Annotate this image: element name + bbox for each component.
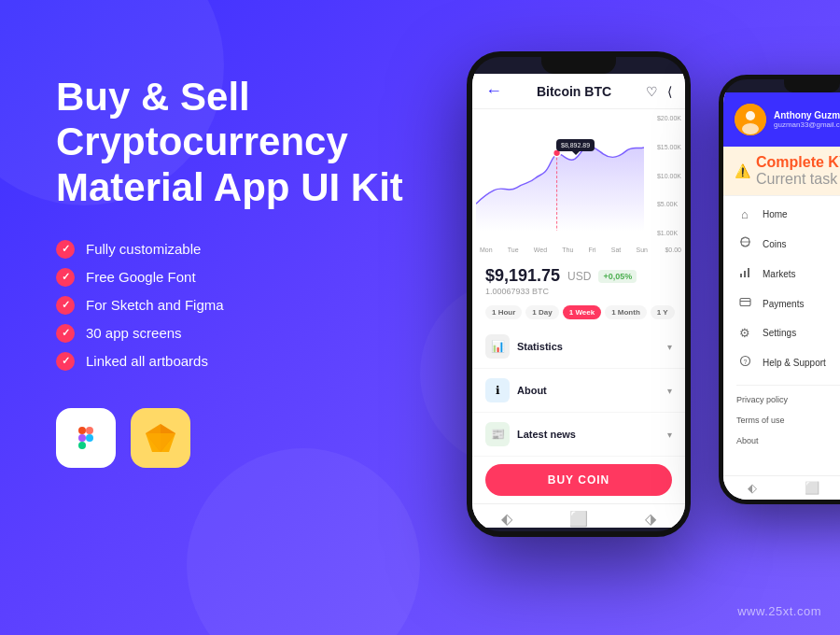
sketch-icon	[131, 408, 190, 468]
svg-point-12	[746, 111, 755, 120]
svg-rect-17	[740, 299, 750, 306]
feature-item-5: Linked all artboards	[56, 352, 411, 371]
menu-phone-notch	[784, 79, 840, 92]
nav-home-icon[interactable]: ⬜	[569, 510, 588, 528]
y-label-2: $5.00K	[657, 201, 681, 207]
nav-back-icon[interactable]: ⬖	[501, 510, 512, 528]
y-label-5: $20.00K	[657, 115, 681, 121]
menu-divider	[736, 385, 840, 386]
share-icon[interactable]: ⟨	[667, 84, 672, 99]
about-chevron: ▾	[667, 386, 672, 396]
svg-rect-3	[78, 442, 86, 449]
phone-main: ← Bitcoin BTC ♡ ⟨ $20.00K $15.00K $10.00…	[467, 51, 691, 537]
coins-label: Coins	[763, 239, 787, 249]
menu-user-info: Anthony Guzman guzman33@gmail.com	[774, 110, 840, 129]
check-icon-2	[56, 268, 75, 287]
home-icon: ⌂	[736, 207, 753, 221]
phone-header: ← Bitcoin BTC ♡ ⟨	[472, 74, 685, 109]
phone-notch	[541, 57, 616, 74]
menu-phone-screen: Anthony Guzman guzman33@gmail.com ⚠️ Com…	[723, 92, 840, 500]
zero-label: $0.00	[665, 247, 681, 253]
settings-label: Settings	[763, 328, 796, 338]
tab-1y[interactable]: 1 Y	[651, 305, 675, 319]
bg-decoration-2	[187, 448, 420, 635]
nav-recents-icon[interactable]: ⬗	[645, 510, 656, 528]
svg-text:?: ?	[743, 359, 747, 365]
home-label: Home	[763, 209, 788, 219]
menu-item-home[interactable]: ⌂ Home	[723, 200, 840, 229]
price-chart	[476, 113, 644, 231]
feature-item-2: Free Google Font	[56, 268, 411, 287]
check-icon-5	[56, 352, 75, 371]
kyc-warning-icon: ⚠️	[735, 163, 750, 178]
price-btc: 1.00067933 BTC	[485, 287, 672, 296]
tab-1month[interactable]: 1 Month	[605, 305, 647, 319]
menu-item-help[interactable]: ? Help & Support	[723, 347, 840, 377]
y-label-1: $1.00K	[657, 230, 681, 236]
menu-nav-home[interactable]: ⬜	[805, 481, 819, 495]
svg-point-4	[86, 434, 93, 442]
terms-link[interactable]: Terms of use	[723, 410, 840, 430]
phone-menu: Anthony Guzman guzman33@gmail.com ⚠️ Com…	[719, 75, 840, 504]
help-label: Help & Support	[763, 358, 826, 368]
main-title: Buy & SellCryptocurrencyMaterial App UI …	[56, 75, 411, 210]
privacy-policy-link[interactable]: Privacy policy	[723, 389, 840, 410]
check-icon-3	[56, 296, 75, 315]
coins-icon	[736, 236, 753, 251]
price-main-row: $9,191.75 USD +0,05%	[485, 266, 672, 286]
menu-item-settings[interactable]: ⚙ Settings	[723, 318, 840, 347]
features-list: Fully customizable Free Google Font For …	[56, 240, 411, 371]
news-chevron: ▾	[667, 430, 672, 440]
menu-user-name: Anthony Guzman	[774, 110, 840, 120]
tab-1hour[interactable]: 1 Hour	[485, 305, 522, 319]
price-info: $9,191.75 USD +0,05% 1.00067933 BTC	[472, 259, 685, 300]
menu-item-payments[interactable]: Payments	[723, 289, 840, 318]
time-tabs: 1 Hour 1 Day 1 Week 1 Month 1 Y	[472, 300, 685, 325]
kyc-banner[interactable]: ⚠️ Complete KYC Current task	[723, 147, 840, 196]
tab-1day[interactable]: 1 Day	[525, 305, 558, 319]
statistics-icon: 📊	[485, 334, 510, 359]
buy-coin-button[interactable]: BUY COIN	[485, 464, 672, 496]
phone-screen: ← Bitcoin BTC ♡ ⟨ $20.00K $15.00K $10.00…	[472, 74, 685, 528]
phone-screen-title: Bitcoin BTC	[537, 84, 611, 99]
accordion-news[interactable]: 📰 Latest news ▾	[472, 413, 685, 457]
settings-icon: ⚙	[736, 326, 753, 340]
markets-icon	[736, 266, 753, 281]
tab-1week[interactable]: 1 Week	[563, 305, 601, 319]
accordion-statistics[interactable]: 📊 Statistics ▾	[472, 325, 685, 369]
statistics-chevron: ▾	[667, 342, 672, 352]
news-label: Latest news	[517, 429, 667, 440]
news-icon: 📰	[485, 422, 510, 446]
tool-icons	[56, 408, 411, 468]
menu-nav-items: ⌂ Home Coins Markets Payments	[723, 196, 840, 381]
favorite-icon[interactable]: ♡	[646, 84, 658, 99]
payments-icon	[736, 296, 753, 311]
accordion-about[interactable]: ℹ About ▾	[472, 369, 685, 413]
help-icon: ?	[736, 355, 753, 370]
check-icon-4	[56, 324, 75, 343]
menu-user-email: guzman33@gmail.com	[774, 120, 840, 129]
about-link[interactable]: About	[723, 430, 840, 451]
feature-text-2: Free Google Font	[86, 269, 196, 285]
header-icons: ♡ ⟨	[646, 84, 672, 99]
menu-item-markets[interactable]: Markets	[723, 259, 840, 289]
watermark: www.25xt.com	[737, 604, 821, 618]
kyc-title: Complete KYC	[756, 154, 840, 171]
svg-rect-1	[86, 427, 93, 434]
kyc-subtitle: Current task	[756, 171, 840, 188]
markets-label: Markets	[763, 269, 796, 279]
price-tooltip: $8,892.89	[556, 139, 595, 151]
menu-item-coins[interactable]: Coins	[723, 229, 840, 259]
back-button[interactable]: ←	[485, 81, 502, 101]
svg-rect-14	[740, 274, 742, 277]
check-icon-1	[56, 240, 75, 259]
price-change-badge: +0,05%	[598, 270, 637, 283]
svg-rect-0	[78, 427, 86, 434]
feature-text-1: Fully customizable	[86, 241, 201, 257]
kyc-text: Complete KYC Current task	[756, 154, 840, 188]
feature-item-4: 30 app screens	[56, 324, 411, 343]
payments-label: Payments	[763, 299, 804, 309]
user-avatar	[735, 104, 766, 135]
price-currency: USD	[567, 270, 591, 283]
menu-nav-back[interactable]: ⬖	[748, 481, 757, 495]
